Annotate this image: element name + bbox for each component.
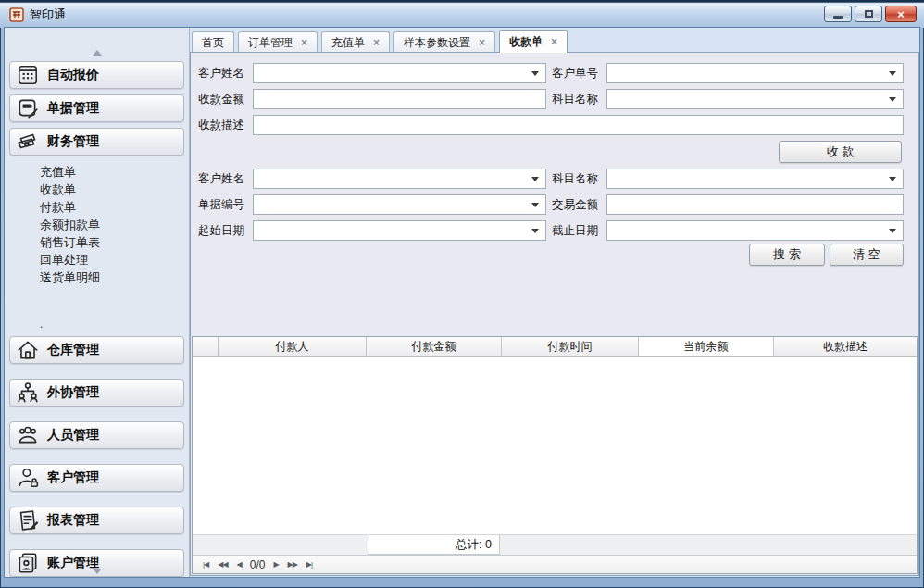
sidebar-item-label: 自动报价 xyxy=(47,67,99,83)
subject-name-combo[interactable] xyxy=(606,89,904,109)
end-date-combo[interactable] xyxy=(606,220,904,241)
table-header-payer[interactable]: 付款人 xyxy=(219,337,367,356)
sidebar-item-label: 外协管理 xyxy=(47,384,99,401)
report-pen-icon xyxy=(16,508,40,532)
table-header-rowselector[interactable] xyxy=(193,337,219,356)
sidebar-item-personnel-management[interactable]: 人员管理 xyxy=(9,421,184,449)
search-button[interactable]: 搜 索 xyxy=(749,244,825,266)
tab-order-management[interactable]: 订单管理 × xyxy=(238,31,318,53)
sidebar-item-label: 人员管理 xyxy=(47,427,99,444)
tab-sample-settings[interactable]: 样本参数设置 × xyxy=(393,31,495,53)
dropdown-arrow-icon xyxy=(889,177,896,181)
id-card-icon xyxy=(16,551,40,575)
minimize-button[interactable] xyxy=(824,6,852,22)
sidebar-item-auto-quote[interactable]: 自动报价 xyxy=(9,61,184,89)
total-value: 总计: 0 xyxy=(368,535,500,555)
submenu-item-sales-order-table[interactable]: 销售订单表 xyxy=(5,233,189,251)
tab-close-icon[interactable]: × xyxy=(301,37,307,48)
tab-close-icon[interactable]: × xyxy=(551,36,557,47)
sidebar-item-label: 账户管理 xyxy=(47,555,99,571)
submenu-item-delivery-detail[interactable]: 送货单明细 xyxy=(5,269,189,286)
sidebar-item-finance-management[interactable]: 财务管理 xyxy=(9,128,184,156)
customer-name-combo[interactable] xyxy=(253,63,546,83)
maximize-icon xyxy=(865,10,873,18)
banknotes-icon xyxy=(16,130,40,154)
receipt-description-input[interactable] xyxy=(253,115,904,135)
end-date-label: 截止日期 xyxy=(552,223,606,239)
tab-recharge-order[interactable]: 充值单 × xyxy=(321,31,390,53)
dropdown-arrow-icon xyxy=(531,203,539,207)
dropdown-arrow-icon xyxy=(889,97,896,102)
maximize-button[interactable] xyxy=(855,6,882,22)
content-area: 首页 订单管理 × 充值单 × 样本参数设置 × 收款单 × xyxy=(190,28,919,577)
scroll-up-icon[interactable] xyxy=(93,50,102,56)
customer-lock-icon xyxy=(16,466,40,490)
sidebar-item-outsource-management[interactable]: 外协管理 xyxy=(9,379,184,407)
sidebar-dot: . xyxy=(40,318,189,329)
submenu-item-receipt-order[interactable]: 收款单 xyxy=(5,181,189,198)
app-logo-icon xyxy=(9,7,24,22)
tab-home[interactable]: 首页 xyxy=(192,31,234,53)
sidebar-item-report-management[interactable]: 报表管理 xyxy=(9,507,184,534)
receipt-amount-label: 收款金额 xyxy=(198,92,253,107)
clear-button[interactable]: 清 空 xyxy=(830,244,904,266)
sidebar-item-warehouse-management[interactable]: 仓库管理 xyxy=(9,336,184,364)
titlebar: 智印通 × xyxy=(0,0,924,28)
payment-table: 付款人 付款金额 付款时间 当前余额 收款描述 总计: 0 |◀ ◀◀ ◀ xyxy=(192,336,918,574)
sidebar-item-customer-management[interactable]: 客户管理 xyxy=(9,464,184,492)
customer-order-label: 客户单号 xyxy=(552,66,606,81)
start-date-combo[interactable] xyxy=(253,220,546,241)
minimize-icon xyxy=(833,16,843,19)
table-header-payment-time[interactable]: 付款时间 xyxy=(502,337,639,356)
sidebar-item-label: 单据管理 xyxy=(47,100,99,117)
sidebar-item-label: 仓库管理 xyxy=(47,342,99,358)
submenu-item-balance-deduction[interactable]: 余额扣款单 xyxy=(5,216,189,233)
pagination-position: 0/0 xyxy=(246,558,269,571)
pagination-bar: |◀ ◀◀ ◀ 0/0 ▶ ▶▶ ▶| xyxy=(193,555,917,573)
close-button[interactable]: × xyxy=(885,6,917,22)
search-subject-name-combo[interactable] xyxy=(606,169,904,189)
dropdown-arrow-icon xyxy=(889,229,896,233)
receipt-amount-input[interactable] xyxy=(253,89,546,109)
table-header-current-balance[interactable]: 当前余额 xyxy=(639,337,774,356)
sidebar: 自动报价 单据管理 财务管理 充值单 收款单 付款单 余额扣款单 销售订单表 xyxy=(5,28,190,577)
pagination-prev-button[interactable]: ◀ xyxy=(232,560,246,569)
sidebar-item-document-management[interactable]: 单据管理 xyxy=(9,94,184,122)
pagination-first-button[interactable]: |◀ xyxy=(198,560,213,569)
sidebar-item-label: 报表管理 xyxy=(47,512,99,529)
document-note-icon xyxy=(16,96,40,120)
submenu-item-recharge-order[interactable]: 充值单 xyxy=(5,163,189,181)
transaction-amount-label: 交易金额 xyxy=(552,197,606,213)
doc-number-combo[interactable] xyxy=(253,194,546,215)
transaction-amount-input[interactable] xyxy=(606,194,904,215)
finance-submenu: 充值单 收款单 付款单 余额扣款单 销售订单表 回单处理 送货单明细 xyxy=(5,163,189,286)
table-body[interactable] xyxy=(193,357,917,534)
table-header-payment-amount[interactable]: 付款金额 xyxy=(367,337,502,356)
submenu-item-payment-order[interactable]: 付款单 xyxy=(5,198,189,216)
tab-label: 收款单 xyxy=(509,34,543,50)
pagination-next-button[interactable]: ▶ xyxy=(268,560,282,569)
table-header-receipt-description[interactable]: 收款描述 xyxy=(774,337,917,356)
tab-label: 样本参数设置 xyxy=(404,35,470,51)
search-customer-name-combo[interactable] xyxy=(253,169,546,189)
sidebar-item-label: 客户管理 xyxy=(47,469,99,486)
search-subject-name-label: 科目名称 xyxy=(552,171,606,187)
table-header-row: 付款人 付款金额 付款时间 当前余额 收款描述 xyxy=(193,337,917,357)
tab-close-icon[interactable]: × xyxy=(479,37,485,48)
pagination-fast-next-button[interactable]: ▶▶ xyxy=(283,560,302,569)
doc-number-label: 单据编号 xyxy=(198,197,253,213)
customer-order-no-combo[interactable] xyxy=(606,63,904,83)
pagination-last-button[interactable]: ▶| xyxy=(302,560,317,569)
customer-name-label: 客户姓名 xyxy=(198,66,253,81)
tab-receipt-order[interactable]: 收款单 × xyxy=(499,30,568,53)
org-chart-icon xyxy=(16,381,40,405)
tab-close-icon[interactable]: × xyxy=(373,37,380,48)
submenu-item-return-order-processing[interactable]: 回单处理 xyxy=(5,251,189,269)
subject-name-label: 科目名称 xyxy=(552,92,606,107)
window-title: 智印通 xyxy=(30,6,66,23)
tab-bar: 首页 订单管理 × 充值单 × 样本参数设置 × 收款单 × xyxy=(192,31,919,53)
receive-payment-button[interactable]: 收 款 xyxy=(779,141,902,163)
scroll-down-icon[interactable] xyxy=(93,569,102,574)
pagination-fast-prev-button[interactable]: ◀◀ xyxy=(213,560,231,569)
tab-label: 充值单 xyxy=(331,35,365,51)
